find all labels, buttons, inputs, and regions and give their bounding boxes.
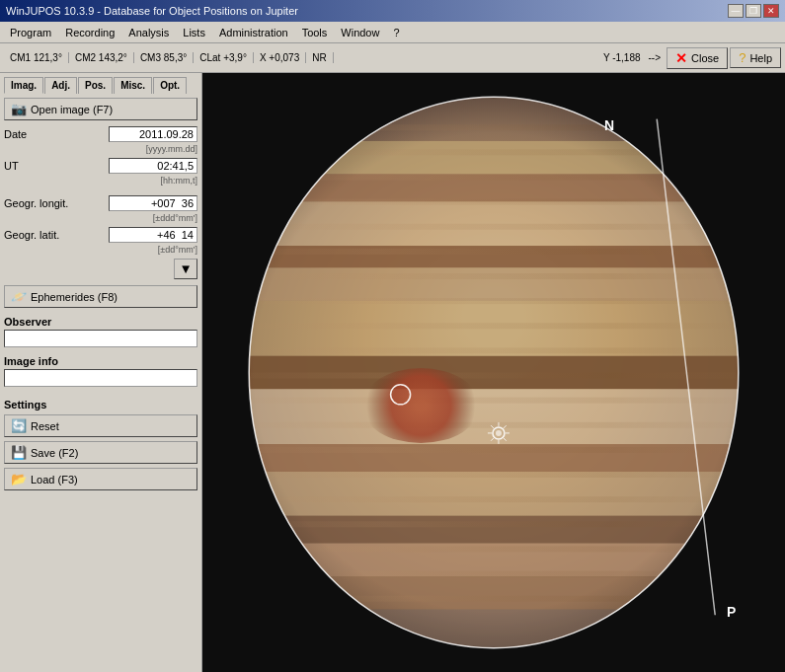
- date-label: Date: [4, 128, 27, 140]
- menu-administration[interactable]: Administration: [213, 25, 294, 40]
- menu-recording[interactable]: Recording: [59, 25, 120, 40]
- ut-label: UT: [4, 160, 19, 172]
- main-area: Imag. Adj. Pos. Misc. Opt. 📷 Open image …: [0, 73, 785, 672]
- save-button[interactable]: 💾 Save (F2): [4, 441, 197, 464]
- minimize-button[interactable]: —: [728, 4, 744, 18]
- load-button[interactable]: 📂 Load (F3): [4, 468, 197, 490]
- load-icon: 📂: [11, 472, 27, 486]
- ephemerides-button[interactable]: 🪐 Ephemerides (F8): [4, 285, 197, 308]
- tab-opt[interactable]: Opt.: [153, 77, 187, 94]
- menu-help[interactable]: ?: [387, 25, 405, 40]
- toolbar: CM1 121,3° CM2 143,2° CM3 85,3° CLat +3,…: [0, 43, 785, 73]
- y-coord: Y -1,188: [599, 52, 645, 63]
- title-bar: WinJUPOS 10.3.9 - Database for Object Po…: [0, 0, 785, 22]
- tab-adj[interactable]: Adj.: [44, 77, 77, 94]
- longit-hint: [±ddd°mm']: [4, 213, 197, 223]
- help-icon: ?: [739, 50, 746, 65]
- ut-row: UT: [4, 158, 197, 174]
- latit-input[interactable]: [109, 227, 197, 243]
- ut-input[interactable]: [109, 158, 197, 174]
- close-x-icon: ✕: [675, 50, 687, 66]
- date-input[interactable]: [109, 126, 197, 142]
- left-panel: Imag. Adj. Pos. Misc. Opt. 📷 Open image …: [0, 73, 202, 672]
- latit-hint: [±dd°mm']: [4, 245, 197, 255]
- longit-input[interactable]: [109, 195, 197, 211]
- x-coord: X +0,073: [254, 52, 306, 63]
- title-bar-controls: — ❐ ✕: [728, 4, 779, 18]
- nr-label: NR: [306, 52, 333, 63]
- clat-label: CLat +3,9°: [194, 52, 254, 63]
- tab-bar: Imag. Adj. Pos. Misc. Opt.: [4, 77, 197, 94]
- menu-window[interactable]: Window: [335, 25, 385, 40]
- close-button[interactable]: ✕ Close: [667, 47, 728, 69]
- save-icon: 💾: [11, 445, 27, 460]
- image-area[interactable]: N P: [202, 73, 785, 672]
- help-button[interactable]: ? Help: [730, 47, 781, 68]
- open-image-button[interactable]: 📷 Open image (F7): [4, 98, 197, 120]
- planet-icon: 🪐: [11, 289, 27, 304]
- jupiter-canvas: [202, 73, 785, 672]
- arrow: -->: [645, 52, 666, 63]
- cm1-label: CM1 121,3°: [4, 52, 69, 63]
- close-window-button[interactable]: ✕: [763, 4, 779, 18]
- window-title: WinJUPOS 10.3.9 - Database for Object Po…: [6, 5, 298, 17]
- settings-label: Settings: [4, 399, 197, 411]
- longit-label: Geogr. longit.: [4, 197, 68, 209]
- tab-pos[interactable]: Pos.: [78, 77, 113, 94]
- ut-hint: [hh:mm,t]: [4, 176, 197, 186]
- dropdown-button[interactable]: ▼: [174, 259, 197, 279]
- menu-bar: Program Recording Analysis Lists Adminis…: [0, 22, 785, 43]
- observer-input[interactable]: [4, 330, 197, 347]
- date-hint: [yyyy.mm.dd]: [4, 144, 197, 154]
- tab-misc[interactable]: Misc.: [114, 77, 152, 94]
- menu-lists[interactable]: Lists: [177, 25, 211, 40]
- reset-button[interactable]: 🔄 Reset: [4, 414, 197, 437]
- observer-label: Observer: [4, 316, 197, 328]
- menu-tools[interactable]: Tools: [296, 25, 334, 40]
- camera-icon: 📷: [11, 102, 27, 116]
- latit-label: Geogr. latit.: [4, 229, 59, 241]
- menu-program[interactable]: Program: [4, 25, 57, 40]
- settings-section: Settings 🔄 Reset 💾 Save (F2) 📂 Load (F3): [4, 399, 197, 490]
- image-info-label: Image info: [4, 355, 197, 367]
- date-row: Date: [4, 126, 197, 142]
- cm2-label: CM2 143,2°: [69, 52, 134, 63]
- latit-row: Geogr. latit.: [4, 227, 197, 243]
- cm3-label: CM3 85,3°: [134, 52, 194, 63]
- reset-icon: 🔄: [11, 418, 27, 433]
- restore-button[interactable]: ❐: [746, 4, 761, 18]
- tab-imag[interactable]: Imag.: [4, 77, 43, 94]
- image-info-input[interactable]: [4, 369, 197, 387]
- longit-row: Geogr. longit.: [4, 195, 197, 211]
- menu-analysis[interactable]: Analysis: [122, 25, 175, 40]
